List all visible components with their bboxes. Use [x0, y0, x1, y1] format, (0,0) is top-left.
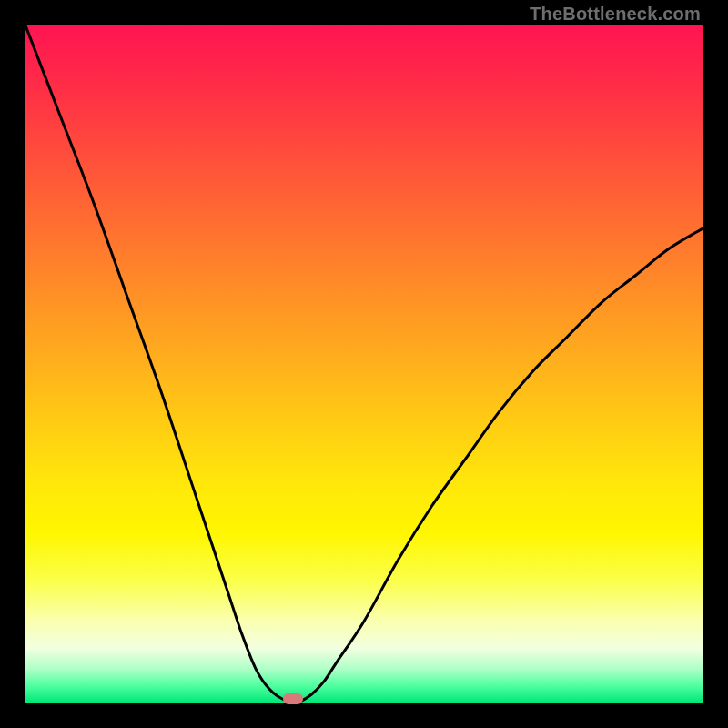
- optimal-marker: [283, 693, 303, 704]
- plot-area: [25, 25, 703, 703]
- bottleneck-curve: [25, 25, 703, 703]
- watermark-text: TheBottleneck.com: [530, 4, 701, 25]
- chart-container: TheBottleneck.com: [0, 0, 728, 728]
- curve-svg: [25, 25, 703, 703]
